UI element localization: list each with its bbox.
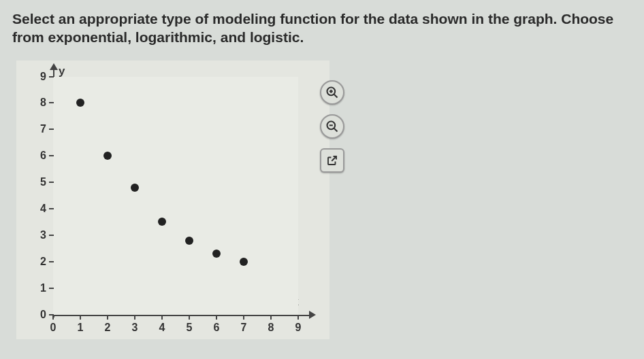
- x-tick-label: 3: [132, 322, 138, 334]
- y-axis-label: y: [59, 65, 65, 78]
- zoom-in-icon: [325, 86, 339, 99]
- y-tick: [49, 235, 54, 236]
- open-external-button[interactable]: [320, 148, 344, 173]
- y-tick: [49, 129, 54, 130]
- data-point: [131, 184, 139, 192]
- y-tick: [49, 76, 54, 78]
- zoom-out-button[interactable]: [320, 114, 344, 139]
- x-tick: [107, 315, 108, 320]
- x-tick-label: 1: [78, 322, 84, 334]
- y-tick-label: 7: [30, 123, 46, 135]
- x-tick-label: 6: [214, 322, 220, 334]
- x-tick: [80, 315, 81, 320]
- open-external-icon: [326, 154, 338, 167]
- x-tick-label: 5: [187, 322, 193, 334]
- data-point: [185, 237, 193, 245]
- data-point: [158, 218, 166, 226]
- chart-controls: [320, 80, 344, 173]
- x-tick-label: 0: [50, 322, 57, 334]
- y-tick: [49, 155, 54, 156]
- y-tick: [49, 288, 54, 289]
- x-tick-label: 9: [295, 322, 302, 334]
- y-tick: [49, 102, 54, 103]
- zoom-in-button[interactable]: [320, 80, 344, 105]
- svg-line-1: [334, 95, 338, 98]
- x-tick: [270, 315, 272, 320]
- y-tick-label: 9: [30, 71, 46, 83]
- y-tick-label: 8: [30, 97, 46, 109]
- plot-region: [53, 77, 298, 315]
- x-tick: [243, 315, 244, 320]
- data-point: [212, 250, 221, 258]
- x-tick: [297, 315, 299, 320]
- y-tick: [49, 261, 54, 262]
- data-point: [240, 258, 248, 266]
- y-tick-label: 0: [30, 309, 46, 321]
- x-tick-label: 4: [159, 322, 165, 334]
- x-axis: [53, 315, 310, 316]
- scatter-chart: y x 01234567890123456789: [16, 61, 329, 339]
- y-tick-label: 1: [30, 282, 46, 294]
- y-tick-label: 6: [30, 150, 46, 162]
- y-tick-label: 3: [30, 229, 46, 241]
- y-tick-label: 5: [30, 176, 46, 188]
- x-tick: [134, 315, 135, 320]
- x-axis-arrow-icon: [309, 311, 316, 319]
- y-tick-label: 4: [30, 203, 46, 215]
- x-tick: [216, 315, 217, 320]
- question-prompt: Select an appropriate type of modeling f…: [12, 10, 632, 47]
- y-tick: [49, 208, 54, 209]
- data-point: [76, 99, 84, 107]
- zoom-out-icon: [325, 120, 339, 133]
- x-tick: [52, 315, 54, 320]
- x-tick-label: 2: [105, 322, 111, 334]
- x-tick-label: 7: [241, 322, 247, 334]
- x-tick: [189, 315, 190, 320]
- x-tick: [161, 315, 163, 320]
- y-tick: [49, 182, 54, 183]
- data-point: [103, 152, 112, 160]
- svg-line-5: [334, 129, 338, 132]
- x-tick-label: 8: [268, 322, 274, 334]
- y-tick-label: 2: [30, 256, 46, 268]
